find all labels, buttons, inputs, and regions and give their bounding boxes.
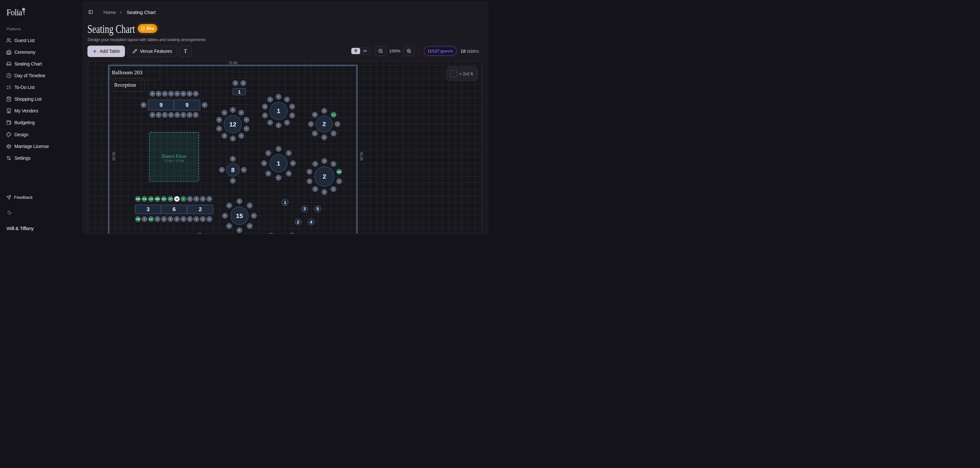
svg-text:9: 9: [186, 102, 189, 108]
svg-text:W: W: [176, 197, 178, 200]
svg-text:= 2x2 ft: = 2x2 ft: [459, 71, 473, 76]
svg-text:GA: GA: [143, 197, 146, 200]
svg-text:LA: LA: [150, 218, 153, 221]
svg-text:CA: CA: [149, 197, 153, 200]
svg-text:12: 12: [229, 121, 236, 128]
svg-text:MB: MB: [156, 197, 160, 200]
svg-text:Reception: Reception: [114, 81, 136, 88]
svg-text:6: 6: [173, 206, 175, 213]
svg-text:Ballroom 203: Ballroom 203: [112, 70, 143, 76]
svg-text:4: 4: [310, 220, 313, 225]
svg-text:6ft: 6ft: [269, 232, 273, 234]
svg-text:2: 2: [199, 206, 202, 213]
svg-text:6ft: 6ft: [197, 232, 201, 234]
svg-text:Dance Floor: Dance Floor: [162, 153, 186, 159]
svg-text:9: 9: [159, 102, 162, 108]
svg-text:15: 15: [236, 213, 243, 219]
svg-text:3: 3: [303, 206, 305, 211]
svg-text:56.5ft: 56.5ft: [112, 152, 116, 160]
svg-text:MB: MB: [136, 197, 140, 200]
svg-text:1: 1: [277, 160, 280, 167]
svg-text:15.0ft × 15.0ft: 15.0ft × 15.0ft: [164, 159, 185, 163]
svg-text:56.0ft: 56.0ft: [360, 152, 363, 160]
svg-text:2: 2: [323, 121, 326, 127]
svg-text:EB: EB: [337, 170, 341, 173]
svg-text:DC: DC: [162, 197, 166, 200]
svg-text:3: 3: [146, 206, 150, 213]
svg-text:1: 1: [277, 108, 280, 114]
svg-text:2: 2: [323, 173, 326, 180]
svg-text:JP: JP: [169, 197, 172, 200]
svg-text:CB: CB: [136, 218, 140, 221]
svg-text:LJ: LJ: [332, 113, 335, 116]
svg-text:75.9ft: 75.9ft: [228, 62, 237, 65]
svg-text:1: 1: [238, 89, 241, 94]
svg-text:2: 2: [297, 220, 299, 225]
svg-text:6ft: 6ft: [290, 232, 294, 234]
svg-text:8: 8: [231, 167, 235, 173]
svg-text:5: 5: [317, 206, 319, 211]
svg-text:T: T: [183, 197, 185, 200]
svg-text:1: 1: [284, 200, 286, 205]
